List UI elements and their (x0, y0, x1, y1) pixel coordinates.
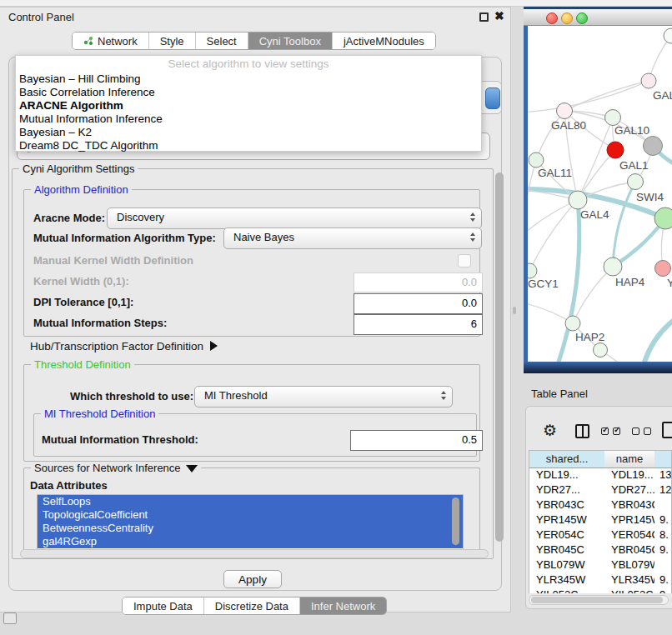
bottom-tab-impute-data[interactable]: Impute Data (123, 598, 204, 614)
network-node-gcy1[interactable] (528, 263, 537, 278)
bottom-tab-discretize-data[interactable]: Discretize Data (204, 598, 300, 614)
attribute-list-scrollbar[interactable] (451, 497, 460, 548)
mi-threshold-field[interactable]: 0.5 (350, 430, 483, 451)
checked-column-icon[interactable]: ✓ (613, 428, 620, 435)
window-close-button[interactable] (546, 12, 558, 24)
table-cell: YIL052C (611, 588, 654, 593)
mi-steps-field[interactable]: 6 (354, 314, 483, 335)
scrollbar-thumb[interactable] (531, 597, 663, 603)
dpi-tolerance-field[interactable]: 0.0 (354, 293, 483, 314)
network-node-hap4[interactable] (604, 258, 622, 276)
data-attributes-label: Data Attributes (30, 479, 108, 492)
network-edge[interactable] (643, 316, 672, 362)
panel-divider-handle[interactable] (513, 307, 516, 314)
network-node[interactable] (664, 28, 672, 43)
tab-label: Network (98, 35, 138, 48)
sources-expander[interactable]: Sources for Network Inference (31, 462, 201, 474)
network-node[interactable] (594, 343, 608, 358)
tab-network[interactable]: Network (73, 32, 149, 49)
attribute-option-gal4rgexp[interactable]: gal4RGexp (38, 535, 463, 548)
network-node-hap2[interactable] (565, 316, 580, 331)
tab-cyni-toolbox[interactable]: Cyni Toolbox (248, 32, 333, 49)
attribute-option-selfloops[interactable]: SelfLoops (38, 495, 463, 508)
manual-kernel-checkbox[interactable] (458, 254, 471, 268)
column-header-name[interactable]: name (604, 451, 655, 468)
table-cell: YDL19... (536, 468, 604, 482)
attribute-option-betweennesscentrality[interactable]: BetweennessCentrality (38, 522, 463, 535)
split-view-icon[interactable] (575, 424, 589, 438)
network-node-label: GAL7 (653, 89, 672, 102)
apply-button[interactable]: Apply (223, 570, 282, 588)
restore-panel-icon[interactable] (3, 612, 17, 624)
table-cell: 9. (659, 542, 672, 558)
focused-combo-arrow-button[interactable] (485, 88, 500, 109)
table-cell: YBR045C (536, 542, 604, 558)
network-canvas[interactable]: GAL7GAL80GAL10GAL1GAL11SWI4GAL4GCY1HAP4Y… (528, 26, 672, 362)
checked-column-icon[interactable]: ✓ (601, 428, 609, 435)
tab-select[interactable]: Select (196, 32, 248, 49)
network-node[interactable] (644, 137, 663, 156)
column-header-a[interactable]: A (654, 451, 672, 468)
gear-icon[interactable]: ⚙ (543, 421, 557, 440)
column-header-shared[interactable]: shared... (529, 451, 605, 468)
table-row[interactable]: YDR27...YDR27...12 (529, 482, 672, 498)
float-window-icon[interactable] (479, 12, 489, 22)
manual-kernel-label: Manual Kernel Width Definition (33, 254, 193, 267)
network-node-gal10[interactable] (605, 110, 621, 126)
algorithm-option-bayesian-k2[interactable]: Bayesian – K2 (16, 126, 481, 139)
table-cell: YBR043C (536, 498, 604, 512)
scrollbar-thumb[interactable] (452, 498, 459, 545)
network-node-gal80[interactable] (557, 103, 573, 119)
which-threshold-combo[interactable]: MI Threshold (194, 386, 453, 408)
network-node[interactable] (607, 142, 624, 158)
table-row[interactable]: YBR045CYBR045C9. (529, 542, 672, 558)
algorithm-option-dream8-dc-tdc-algorithm[interactable]: Dream8 DC_TDC Algorithm (16, 139, 481, 152)
table-row[interactable]: YBL079WYBL079W (529, 558, 672, 572)
tab-style[interactable]: Style (149, 32, 196, 49)
mi-type-combo[interactable]: Naive Bayes (223, 228, 482, 249)
aracne-mode-combo[interactable]: Discovery (107, 208, 482, 229)
scrollbar-thumb[interactable] (495, 172, 504, 542)
table-row[interactable]: YER054CYER054C8. (529, 528, 672, 542)
close-icon[interactable]: ✖ (494, 9, 504, 22)
network-node-gal7[interactable] (641, 73, 656, 88)
table-row[interactable]: YDL19...YDL19...13 (529, 468, 672, 482)
network-node-y[interactable] (655, 261, 671, 277)
network-node-gal11[interactable] (529, 152, 544, 168)
kernel-width-field[interactable]: 0.0 (354, 272, 483, 292)
network-edge[interactable] (529, 200, 578, 271)
settings-horizontal-scrollbar[interactable] (20, 549, 489, 558)
table-cell: YPR145W (536, 512, 604, 528)
table-row[interactable]: YBR043CYBR043C (529, 498, 672, 512)
node-attribute-table: shared...nameA YDL19...YDL19...13YDR27..… (529, 450, 672, 593)
hub-definition-expander[interactable]: Hub/Transcription Factor Definition (30, 340, 218, 352)
data-attributes-list: SelfLoopsTopologicalCoefficientBetweenne… (37, 494, 464, 551)
top-strip (0, 0, 672, 7)
table-panel-title: Table Panel (531, 388, 588, 400)
attribute-option-topologicalcoefficient[interactable]: TopologicalCoefficient (38, 508, 463, 522)
unchecked-column-icon[interactable] (632, 428, 639, 435)
table-row[interactable]: YIL052CYIL052C9. (529, 588, 672, 593)
bottom-tab-infer-network[interactable]: Infer Network (300, 598, 386, 614)
network-edge[interactable] (564, 81, 649, 111)
network-node-label: GAL10 (614, 124, 649, 137)
algorithm-option-aracne-algorithm[interactable]: ARACNE Algorithm (16, 99, 481, 112)
file-icon[interactable] (662, 422, 672, 438)
tab-jactivemnodules[interactable]: jActiveMNodules (333, 32, 435, 49)
table-row[interactable]: YLR345WYLR345W9. (529, 572, 672, 588)
table-row[interactable]: YPR145WYPR145W9. (529, 512, 672, 528)
table-horizontal-scrollbar[interactable] (529, 595, 669, 605)
network-window-titlebar[interactable] (524, 9, 672, 26)
network-node-gal4[interactable] (569, 191, 587, 209)
table-cell: YBL079W (611, 558, 654, 572)
window-minimize-button[interactable] (561, 12, 573, 24)
network-node-swi4[interactable] (654, 208, 672, 229)
algorithm-option-bayesian-hill-climbing[interactable]: Bayesian – Hill Climbing (16, 72, 481, 86)
network-node-gal1[interactable] (628, 174, 644, 190)
algorithm-option-mutual-information-inference[interactable]: Mutual Information Inference (16, 112, 481, 126)
unchecked-column-icon[interactable] (644, 428, 651, 435)
network-edge[interactable] (536, 111, 564, 160)
algorithm-option-basic-correlation-inference[interactable]: Basic Correlation Inference (16, 86, 481, 99)
window-zoom-button[interactable] (576, 12, 588, 24)
settings-vertical-scrollbar[interactable] (494, 171, 504, 556)
